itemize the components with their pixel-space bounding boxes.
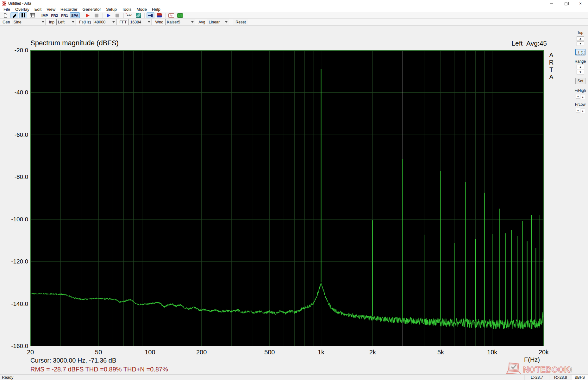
generator-stop-button[interactable] — [114, 12, 122, 18]
range-spinner-up[interactable]: ▲ — [577, 65, 584, 69]
record-play-button[interactable] — [84, 12, 92, 18]
inp-label: Inp — [49, 20, 54, 24]
toolbar-button-spa[interactable]: SPA — [70, 12, 80, 18]
chevron-down-icon — [42, 21, 44, 23]
stop-icon — [116, 14, 119, 17]
chart-title: Spectrum magnitude (dBFS) — [30, 39, 119, 47]
menu-item-edit[interactable]: Edit — [32, 7, 44, 12]
frhigh-right-button[interactable]: ▸ — [581, 95, 585, 99]
main-toolbar: IMPFR2FR1SPA ABC ∿ ∿ — [0, 12, 588, 19]
gen-value: Sine — [14, 20, 22, 24]
x-tick-label: 50 — [95, 349, 102, 356]
arta-app-icon — [2, 1, 6, 6]
record-stop-button[interactable] — [93, 12, 101, 18]
abc-icon: ABC — [127, 14, 132, 17]
smooth-spectrum-button[interactable]: ∿ — [176, 12, 184, 18]
fs-select[interactable]: 48000 — [93, 19, 116, 25]
brand-letter: T — [548, 66, 554, 73]
frlow-right-button[interactable]: ▸ — [581, 109, 585, 113]
cursor-readout: Cursor: 3000.00 Hz, -71.36 dB — [30, 357, 116, 364]
toolbar-button-imp[interactable]: IMP — [40, 12, 49, 18]
menu-item-help[interactable]: Help — [149, 7, 163, 12]
toolbar-button-fr1[interactable]: FR1 — [60, 12, 69, 18]
chevron-down-icon — [72, 21, 74, 23]
spell-check-button[interactable]: ABC — [126, 12, 134, 18]
watermark-notebook: NOTEBOOK — [523, 365, 570, 374]
reset-button[interactable]: Reset — [233, 19, 248, 25]
avg-value: Linear — [209, 20, 220, 24]
chevron-down-icon — [191, 21, 194, 23]
flashlight-icon — [147, 13, 153, 18]
wnd-select[interactable]: Kaiser5 — [165, 19, 195, 25]
green-wave-icon: ∿ — [177, 13, 183, 18]
fft-select[interactable]: 16384 — [128, 19, 152, 25]
inp-select[interactable]: Left — [56, 19, 76, 25]
avg-select[interactable]: Linear — [207, 19, 229, 25]
level-meter-button[interactable] — [155, 12, 163, 18]
teal-diagonal-icon — [136, 13, 141, 18]
gen-select[interactable]: Sine — [12, 19, 46, 25]
chart-legend: Left Avg:45 — [459, 40, 547, 47]
top-spinner-up[interactable]: ▲ — [577, 36, 584, 41]
chevron-down-icon — [112, 21, 115, 23]
toolbar-separator — [165, 13, 166, 18]
signal-tool-button[interactable] — [147, 12, 154, 18]
close-icon: × — [579, 1, 582, 6]
close-button[interactable]: × — [573, 0, 588, 7]
top-label: Top — [572, 30, 588, 35]
menu-item-setup[interactable]: Setup — [103, 7, 119, 12]
frlow-left-button[interactable]: ◂ — [576, 108, 580, 112]
table-view-button[interactable] — [28, 12, 36, 18]
pause-icon — [22, 13, 25, 17]
range-spinner-down[interactable]: ▼ — [577, 70, 584, 74]
toolbar-button-fr2[interactable]: FR2 — [50, 12, 59, 18]
status-right-level: R:-28.8 — [549, 375, 572, 380]
signal-record-window-button[interactable]: ∿ — [167, 12, 175, 18]
set-button[interactable]: Set — [575, 78, 585, 84]
top-spinner-down[interactable]: ▼ — [577, 41, 584, 46]
menu-item-view[interactable]: View — [44, 7, 58, 12]
y-tick-label: -80.0 — [3, 174, 28, 180]
x-tick-label: 1k — [318, 349, 324, 356]
new-document-icon — [3, 13, 8, 18]
window-title: Untitled - Arta — [8, 1, 31, 6]
y-tick-label: -20.0 — [3, 47, 28, 54]
frhigh-left-button[interactable]: ◂ — [576, 94, 580, 98]
wnd-value: Kaiser5 — [167, 20, 180, 24]
new-document-button[interactable] — [2, 12, 9, 18]
toolbar-separator — [144, 13, 145, 18]
arta-brand-vertical: ARTA — [548, 52, 554, 81]
pause-button[interactable] — [19, 12, 27, 18]
restore-button[interactable] — [559, 0, 573, 7]
channel-label: Left — [511, 40, 522, 47]
generator-play-button[interactable] — [105, 12, 113, 18]
y-tick-label: -100.0 — [3, 216, 28, 223]
menu-item-recorder[interactable]: Recorder — [58, 7, 80, 12]
spectrum-plot[interactable] — [30, 50, 544, 346]
toolbar-separator — [103, 13, 103, 18]
y-tick-label: -40.0 — [3, 89, 28, 96]
y-tick-label: -160.0 — [3, 343, 28, 350]
menu-item-generator[interactable]: Generator — [80, 7, 104, 12]
menu-item-mode[interactable]: Mode — [134, 7, 149, 12]
analysis-button[interactable] — [134, 12, 142, 18]
menu-item-overlay[interactable]: Overlay — [13, 7, 32, 12]
top-spinner: ▲ ▼ — [577, 36, 584, 46]
fft-value: 16384 — [130, 20, 141, 24]
fit-button[interactable]: Fit — [575, 49, 585, 55]
minimize-button[interactable] — [544, 0, 559, 7]
y-tick-label: -60.0 — [3, 131, 28, 138]
status-bar: Ready L:-28.7 R:-28.8 dBFS — [0, 374, 588, 380]
menu-item-file[interactable]: File — [1, 7, 13, 12]
black-flag-icon — [12, 13, 17, 18]
brand-letter: R — [548, 59, 554, 66]
status-left-level: L:-28.7 — [524, 375, 549, 380]
brand-letter: A — [548, 52, 554, 59]
range-spinner: ▲ ▼ — [577, 65, 584, 74]
wnd-label: Wnd — [155, 20, 163, 24]
calibrate-button[interactable] — [10, 12, 18, 18]
toolbar-separator — [38, 13, 38, 18]
menu-bar: FileOverlayEditViewRecorderGeneratorSetu… — [0, 7, 588, 12]
menu-item-tools[interactable]: Tools — [119, 7, 134, 12]
chevron-down-icon — [225, 21, 228, 23]
